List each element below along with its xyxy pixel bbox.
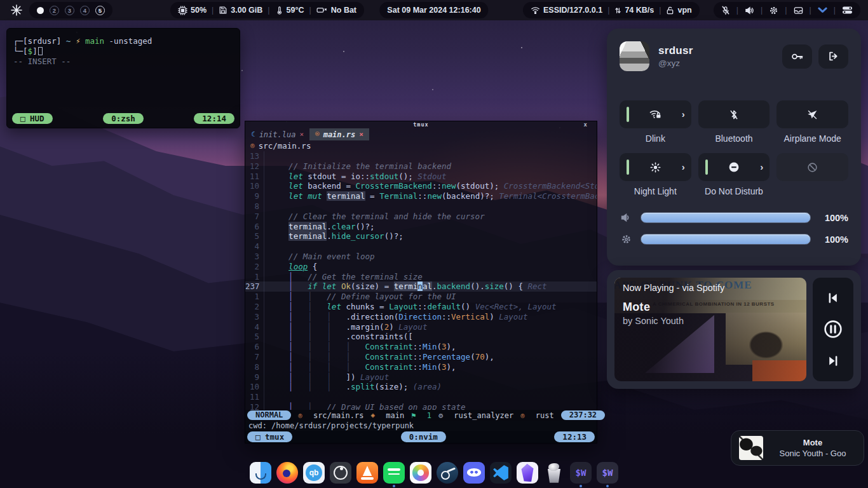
dock-icon-vlc[interactable] [356,462,378,484]
vpn-status[interactable]: vpn [666,6,691,15]
tmux-window-pill[interactable]: 0:nvim [401,431,446,442]
wifi-status[interactable]: ESSID/127.0.0.1 [531,6,602,15]
dock-icon-photos[interactable] [410,462,431,484]
track-title: Mote [623,301,724,314]
control-center: srdusr @xyz › Dlink Bluetooth [607,29,861,266]
workspace-2[interactable]: 2 [50,6,59,15]
temp-stat: 59°C [275,6,304,15]
previous-track-button[interactable] [827,292,839,304]
album-thumbnail [739,436,763,460]
pause-button[interactable] [824,320,843,339]
inbox-tray-icon[interactable] [794,6,803,15]
dock-icon-trash[interactable] [543,462,565,484]
mic-muted-icon[interactable] [721,6,730,15]
settings-gear-icon[interactable] [769,6,778,15]
chevron-right-icon[interactable]: › [682,109,685,119]
dock-icon-discord[interactable] [463,462,485,484]
avatar [620,41,649,71]
album-art: SHAPE OF PUNK TO COME A CHIMERICAL BOMBI… [614,278,806,381]
code-line: 5 │ │ │ .constraints([ [245,332,597,342]
code-line: 12 // Initialize the terminal backend [245,161,597,172]
tab-main-rs[interactable]: ® main.rs × [309,128,369,140]
code-lines[interactable]: 1312 // Initialize the terminal backend1… [245,151,597,410]
dock-icon-file-manager[interactable] [250,462,271,484]
next-track-button[interactable] [827,355,839,367]
code-line: 9 let mut terminal = Terminal::new(backe… [245,191,597,201]
cursor-position-pill: 237:32 [561,410,605,420]
logout-button[interactable] [818,44,848,69]
code-line: 8 │ │ │ │ Constraint::Min(3), [245,362,597,372]
buffer-tabs: ☾ init.lua × ® main.rs × [245,128,597,140]
editor-window[interactable]: tmux x ☾ init.lua × ® main.rs × ® src/ma… [245,121,597,444]
prompt-symbol: $ [28,46,33,56]
square-icon: □ [255,432,261,442]
filetype: ® rust [520,411,553,420]
battery-value: No Bat [331,6,356,15]
code-line: 11 [245,392,597,402]
toggle-bluetooth[interactable] [698,100,770,128]
dock-icon-wallet-app-2[interactable] [597,462,618,484]
code-line: 3 │ │ │ .direction(Direction::Vertical) … [245,312,597,322]
tmux-clock-pill: 12:13 [554,431,595,442]
datetime-text: Sat 09 Mar 2024 12:16:40 [387,6,480,15]
brightness-slider[interactable] [641,234,811,245]
terminal-window[interactable]: ┌─[srdusr] ~ ⚡ main -unstaged └─[$] -- I… [6,28,240,128]
terminal-cursor [38,47,43,55]
clock[interactable]: Sat 09 Mar 2024 12:16:40 [379,2,488,18]
workspace-active[interactable] [37,7,44,14]
rust-icon: ® [520,412,524,419]
dock-icon-wallet-app-1[interactable] [570,462,592,484]
workspace-3[interactable]: 3 [65,6,74,15]
cpu-value: 50% [191,6,207,15]
volume-value: 100% [819,213,848,223]
code-line: 7 │ │ │ │ Constraint::Percentage(70), [245,352,597,362]
toggle-night-light[interactable]: › [620,153,691,181]
code-line: 10 │ │ │ .split(size); (area) [245,382,597,392]
prompt-line-1: ┌─[srdusr] ~ ⚡ main -unstaged [13,36,233,46]
dock-icon-qbittorrent[interactable] [303,462,325,484]
dock-icon-obs[interactable] [330,462,351,484]
tmux-window-pill[interactable]: 0:zsh [103,113,144,124]
prompt-line-2: └─[$] [13,46,233,57]
speaker-icon [620,213,632,222]
rust-icon: ® [298,412,302,419]
code-line: 13 [245,151,597,161]
dock-icon-spotify[interactable] [383,462,405,484]
dock-icon-vscode[interactable] [490,462,512,484]
workspace-4[interactable]: 4 [80,6,90,15]
launcher-star-icon[interactable] [9,3,24,18]
toggle-blocked[interactable] [776,153,848,181]
toggle-dlink[interactable]: › [620,100,691,128]
tab-init-lua[interactable]: ☾ init.lua × [245,128,309,140]
tmux-session-pill[interactable]: □ HUD [12,113,53,124]
toggle-do-not-disturb[interactable]: › [698,153,770,181]
tmux-session-pill[interactable]: □ tmux [247,431,292,442]
tab-close-icon[interactable]: × [299,130,304,139]
battery-missing-icon [316,6,328,15]
lock-keys-button[interactable] [782,44,812,69]
close-button[interactable]: x [584,121,588,128]
system-stats: 50% | 3.00 GiB | 59°C | No Bat [170,2,364,18]
chevron-right-icon[interactable]: › [760,161,763,172]
chevron-right-icon[interactable]: › [682,161,685,172]
workspace-5[interactable]: 5 [95,6,105,15]
tmux-titlebar: tmux x [245,121,597,128]
statusline-branch: ◈ main [370,411,404,420]
chevron-down-icon[interactable] [818,7,827,13]
dock-icon-steam[interactable] [437,462,458,484]
username: srdusr [658,44,693,57]
thermometer-icon [275,6,283,15]
dock-icon-obsidian[interactable] [517,462,538,484]
sliders: 100% 100% [620,212,848,245]
git-state: -unstaged [109,36,153,46]
volume-slider[interactable] [641,212,811,223]
media-notification[interactable]: Mote Sonic Youth - Goo [731,430,864,466]
tab-close-icon[interactable]: × [359,130,363,139]
toggle-airplane-mode[interactable] [776,100,848,128]
blocked-icon [807,162,818,173]
toggles-panel-icon[interactable] [842,6,853,15]
code-line: 11 let stdout = io::stdout(); Stdout [245,172,597,182]
dock-icon-firefox[interactable] [276,462,298,484]
ram-stat: 3.00 GiB [219,6,262,15]
volume-icon[interactable] [745,6,754,15]
